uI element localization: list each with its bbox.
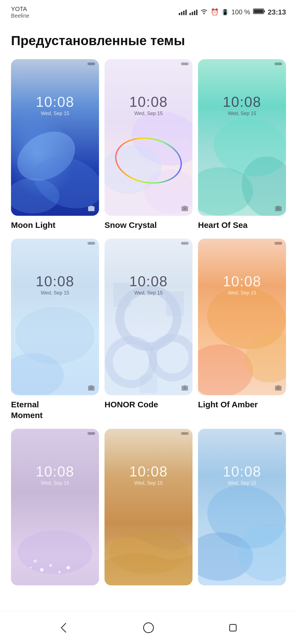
theme-name-snow-crystal: Snow Crystal [105, 220, 193, 230]
theme-preview-golden-wave[interactable]: 10:08 Wed, Sep 15 [105, 429, 193, 585]
recent-button[interactable] [222, 617, 244, 639]
status-right: ⏰ 📳 100 % 23:13 [179, 8, 286, 17]
vibrate-icon: 📳 [222, 9, 229, 15]
preview-status-dot-9 [274, 432, 282, 435]
clock-eternalmoment: 10:08 Wed, Sep 15 [11, 273, 99, 296]
clock-golden: 10:08 Wed, Sep 15 [105, 463, 193, 486]
theme-item-golden-wave[interactable]: 10:08 Wed, Sep 15 [105, 429, 193, 589]
theme-name-eternal-moment: EternalMoment [11, 399, 99, 421]
svg-point-36 [144, 623, 153, 633]
theme-preview-snow-crystal[interactable]: 10:08 Wed, Sep 15 [105, 59, 193, 216]
camera-icon [87, 205, 95, 212]
preview-status-dot-5 [181, 242, 189, 245]
themes-grid: 10:08 Wed, Sep 15 Moon Light [11, 59, 286, 589]
theme-name-heart-of-sea: Heart Of Sea [198, 220, 286, 230]
carrier2-label: Beeline [11, 13, 29, 19]
theme-item-moon-light[interactable]: 10:08 Wed, Sep 15 Moon Light [11, 59, 99, 230]
preview-status-dot-6 [274, 242, 282, 245]
theme-item-heart-of-sea[interactable]: 10:08 Wed, Sep 15 Heart Of Sea [198, 59, 286, 230]
theme-item-eternal-moment[interactable]: 10:08 Wed, Sep 15 EternalMoment [11, 239, 99, 421]
theme-preview-heart-of-sea[interactable]: 10:08 Wed, Sep 15 [198, 59, 286, 216]
back-button[interactable] [53, 617, 75, 639]
theme-preview-moon-light[interactable]: 10:08 Wed, Sep 15 [11, 59, 99, 216]
alarm-icon: ⏰ [211, 8, 219, 16]
theme-preview-blue-bubbles[interactable]: 10:08 Wed, Sep 15 [198, 429, 286, 585]
signal-group1 [179, 9, 187, 15]
theme-name-light-of-amber: Light Of Amber [198, 399, 286, 410]
preview-status-dot-7 [87, 432, 95, 435]
status-bar: YOTA Beeline [0, 0, 297, 22]
battery-icon [253, 8, 265, 16]
theme-preview-honor-code[interactable]: 10:08 Wed, Sep 15 [105, 239, 193, 395]
preview-status-dot-8 [181, 432, 189, 435]
home-button[interactable] [138, 617, 160, 639]
preview-status-dot [87, 62, 95, 65]
carrier-info: YOTA Beeline [11, 6, 29, 19]
camera-icon-3 [274, 205, 282, 212]
camera-icon-4 [87, 384, 95, 392]
theme-item-purple-crystals[interactable]: 10:08 Wed, Sep 15 [11, 429, 99, 589]
preview-status-dot-4 [87, 242, 95, 245]
theme-name-honor-code: HONOR Code [105, 399, 193, 410]
clock-purple: 10:08 Wed, Sep 15 [11, 463, 99, 486]
theme-item-snow-crystal[interactable]: 10:08 Wed, Sep 15 Snow Crystal [105, 59, 193, 230]
theme-item-light-of-amber[interactable]: 10:08 Wed, Sep 15 Light Of Amber [198, 239, 286, 421]
clock-heartofsea: 10:08 Wed, Sep 15 [198, 94, 286, 116]
clock-moonlight: 10:08 Wed, Sep 15 [11, 94, 99, 116]
theme-preview-purple-crystals[interactable]: 10:08 Wed, Sep 15 [11, 429, 99, 585]
svg-rect-37 [230, 624, 236, 631]
svg-point-0 [204, 13, 205, 14]
svg-rect-2 [254, 9, 263, 13]
carrier1-label: YOTA [11, 6, 29, 13]
camera-icon-6 [274, 384, 282, 392]
signal-bars-1 [179, 9, 187, 15]
preview-status-dot-2 [181, 62, 189, 65]
clock-blue-bubbles: 10:08 Wed, Sep 15 [198, 463, 286, 486]
camera-icon-2 [181, 205, 189, 212]
svg-rect-3 [264, 10, 265, 12]
time-label: 23:13 [268, 8, 286, 17]
main-content: Предустановленные темы 10:08 Wed, Sep 15 [0, 22, 297, 611]
theme-name-moon-light: Moon Light [11, 220, 99, 230]
clock-lightofamber: 10:08 Wed, Sep 15 [198, 273, 286, 296]
theme-preview-eternal-moment[interactable]: 10:08 Wed, Sep 15 [11, 239, 99, 395]
bottom-nav [0, 611, 297, 644]
signal-bars-2 [189, 9, 197, 15]
camera-icon-5 [181, 384, 189, 392]
page-title: Предустановленные темы [11, 33, 286, 48]
preview-status-dot-3 [274, 62, 282, 65]
clock-honorcode: 10:08 Wed, Sep 15 [105, 273, 193, 296]
signal-group2 [189, 9, 197, 15]
battery-label: 100 % [231, 8, 250, 16]
theme-preview-light-of-amber[interactable]: 10:08 Wed, Sep 15 [198, 239, 286, 395]
theme-item-blue-bubbles[interactable]: 10:08 Wed, Sep 15 [198, 429, 286, 589]
clock-snowcrystal: 10:08 Wed, Sep 15 [105, 94, 193, 116]
theme-item-honor-code[interactable]: 10:08 Wed, Sep 15 HONOR Code [105, 239, 193, 421]
wifi-icon [200, 8, 208, 16]
